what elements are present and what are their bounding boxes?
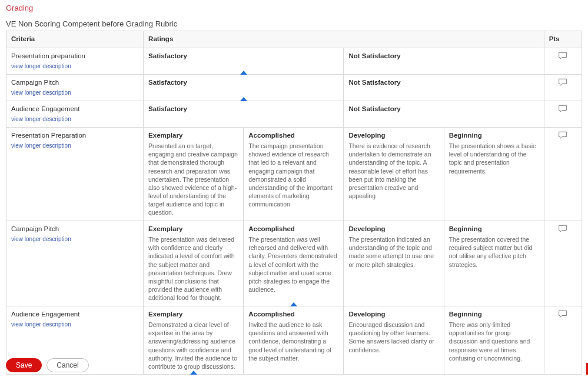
rating-title: Developing — [348, 131, 438, 141]
rating-cell[interactable]: DevelopingThere is evidence of research … — [344, 127, 444, 221]
rating-cell[interactable]: ExemplaryPresented an on target, engagin… — [144, 127, 244, 221]
rating-title: Developing — [348, 310, 438, 319]
criteria-cell: Presentation Preparationview longer desc… — [6, 127, 144, 221]
criteria-name: Presentation preparation — [11, 52, 138, 61]
pts-cell — [544, 101, 582, 127]
rating-cell[interactable]: DevelopingEncouraged discussion and ques… — [344, 306, 444, 375]
pts-cell — [544, 48, 582, 74]
rating-title: Exemplary — [148, 310, 238, 319]
col-header-criteria: Criteria — [6, 31, 144, 48]
criteria-name: Presentation Preparation — [11, 131, 138, 141]
rating-cell[interactable]: BeginningThere was only limited opportun… — [444, 306, 544, 375]
table-row: Presentation Preparationview longer desc… — [6, 127, 582, 221]
rating-desc: Demonstrated a clear level of expertise … — [148, 321, 238, 371]
view-longer-description[interactable]: view longer description — [11, 142, 138, 150]
col-header-ratings: Ratings — [144, 31, 544, 48]
comment-icon[interactable] — [549, 225, 577, 233]
rating-cell[interactable]: Satisfactory — [144, 74, 344, 101]
save-button[interactable]: Save — [6, 358, 42, 372]
rating-title: Not Satisfactory — [348, 78, 539, 88]
rating-title: Not Satisfactory — [348, 52, 539, 61]
pts-cell — [544, 74, 582, 101]
criteria-cell: Audience Engagementview longer descripti… — [6, 101, 144, 127]
rating-cell[interactable]: AccomplishedThe presentation was well re… — [244, 221, 344, 306]
rating-desc: The presentation was delivered with conf… — [148, 235, 238, 302]
rating-desc: Presented an on target, engaging and cre… — [148, 142, 238, 217]
footer-actions: Save Cancel — [6, 358, 89, 372]
table-row: Campaign Pitchview longer descriptionSat… — [6, 74, 582, 101]
rating-title: Satisfactory — [148, 105, 338, 114]
rating-cell[interactable]: ExemplaryThe presentation was delivered … — [144, 221, 244, 306]
rating-cell[interactable]: Satisfactory — [144, 48, 344, 74]
rating-cell[interactable]: Not Satisfactory — [344, 74, 544, 101]
comment-icon[interactable] — [549, 52, 577, 60]
grading-heading: Grading — [6, 4, 582, 12]
rating-desc: Invited the audience to ask questions an… — [248, 321, 338, 362]
view-longer-description[interactable]: view longer description — [11, 62, 138, 71]
rating-cell[interactable]: Satisfactory — [144, 101, 344, 127]
pts-cell — [544, 127, 582, 221]
rating-title: Developing — [348, 225, 438, 234]
criteria-name: Campaign Pitch — [11, 78, 138, 88]
view-longer-description[interactable]: view longer description — [11, 235, 138, 243]
rating-desc: The presentation covered the required su… — [449, 235, 539, 269]
rating-title: Not Satisfactory — [348, 105, 539, 114]
rating-cell[interactable]: BeginningThe presentation shows a basic … — [444, 127, 544, 221]
criteria-name: Campaign Pitch — [11, 225, 138, 234]
rating-desc: There is evidence of research undertaken… — [348, 142, 438, 200]
criteria-cell: Campaign Pitchview longer description — [6, 74, 144, 101]
rating-cell[interactable]: Not Satisfactory — [344, 101, 544, 127]
rating-title: Satisfactory — [148, 52, 338, 61]
rubric-title: VE Non Scoring Competent before Grading … — [6, 19, 582, 28]
rating-cell[interactable]: AccomplishedThe campaign presentation sh… — [244, 127, 344, 221]
criteria-cell: Campaign Pitchview longer description — [6, 221, 144, 306]
comment-icon[interactable] — [549, 310, 577, 318]
pts-cell — [544, 221, 582, 306]
rating-title: Accomplished — [248, 225, 338, 234]
rating-title: Exemplary — [148, 225, 238, 234]
rating-cell[interactable]: Not Satisfactory — [344, 48, 544, 74]
col-header-pts: Pts — [544, 31, 582, 48]
view-longer-description[interactable]: view longer description — [11, 321, 138, 329]
rating-title: Beginning — [449, 310, 539, 319]
pts-cell — [544, 306, 582, 375]
rating-title: Satisfactory — [148, 78, 338, 88]
rating-cell[interactable]: AccomplishedInvited the audience to ask … — [244, 306, 344, 375]
table-row: Presentation preparationview longer desc… — [6, 48, 582, 74]
rating-title: Exemplary — [148, 131, 238, 141]
rating-desc: The campaign presentation showed evidenc… — [248, 142, 338, 208]
rating-title: Accomplished — [248, 131, 338, 141]
rating-desc: There was only limited opportunities for… — [449, 321, 539, 362]
rating-cell[interactable]: ExemplaryDemonstrated a clear level of e… — [144, 306, 244, 375]
table-row: Audience Engagementview longer descripti… — [6, 101, 582, 127]
rating-title: Beginning — [449, 225, 539, 234]
rating-cell[interactable]: DevelopingThe presentation indicated an … — [344, 221, 444, 306]
view-longer-description[interactable]: view longer description — [11, 89, 138, 97]
comment-icon[interactable] — [549, 131, 577, 139]
criteria-name: Audience Engagement — [11, 310, 138, 319]
comment-icon[interactable] — [549, 105, 577, 113]
comment-icon[interactable] — [549, 78, 577, 86]
criteria-name: Audience Engagement — [11, 105, 138, 114]
table-row: Audience Engagementview longer descripti… — [6, 306, 582, 375]
rating-title: Beginning — [449, 131, 539, 141]
table-row: Campaign Pitchview longer descriptionExe… — [6, 221, 582, 306]
rating-cell[interactable]: BeginningThe presentation covered the re… — [444, 221, 544, 306]
rating-desc: The presentation indicated an understand… — [348, 235, 438, 269]
view-longer-description[interactable]: view longer description — [11, 115, 138, 124]
criteria-cell: Presentation preparationview longer desc… — [6, 48, 144, 74]
rating-desc: The presentation shows a basic level of … — [449, 142, 539, 175]
rating-title: Accomplished — [248, 310, 338, 319]
rubric-table: Criteria Ratings Pts Presentation prepar… — [6, 31, 582, 375]
cancel-button[interactable]: Cancel — [46, 358, 88, 372]
rating-desc: Encouraged discussion and questioning by… — [348, 321, 438, 354]
rating-desc: The presentation was well rehearsed and … — [248, 235, 338, 293]
